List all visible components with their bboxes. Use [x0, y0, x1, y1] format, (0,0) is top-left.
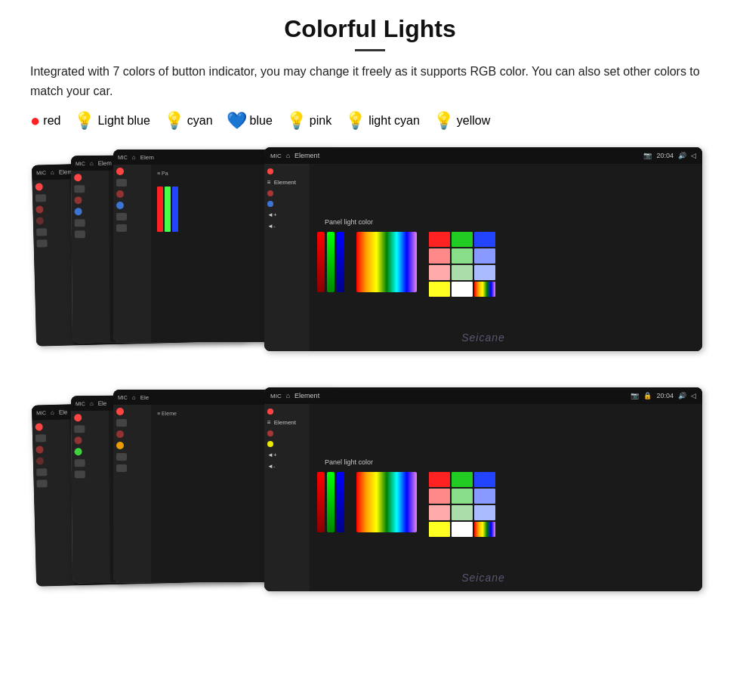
- color-item-red: ● red: [30, 111, 60, 131]
- icon-back-b1: [35, 446, 43, 454]
- menu-label-2: Elem: [98, 159, 112, 166]
- cell-rb1: [429, 472, 450, 487]
- home-1: ⌂: [51, 169, 54, 176]
- cell-b1: [474, 232, 495, 247]
- menu-b2: Ele: [98, 400, 107, 407]
- bulb-lightblue: 💡: [74, 111, 94, 131]
- color-label-red: red: [43, 114, 60, 128]
- home-top: ⌂: [286, 152, 290, 159]
- color-label-lightcyan: light cyan: [368, 114, 420, 128]
- color-indicators: ● red 💡 Light blue 💡 cyan 💙 blue 💡 pink …: [30, 111, 710, 131]
- bar-green-3: [165, 187, 171, 232]
- color-label-lightblue: Light blue: [97, 114, 150, 128]
- left-panel-top: ≡ Element ◄+ ◄-: [264, 164, 310, 351]
- bulb-blue: 💙: [227, 111, 247, 131]
- icon-mute-3: [116, 224, 127, 232]
- icon-vol-b1: [36, 468, 47, 476]
- cell-g2: [452, 248, 473, 264]
- top-device-stack: MIC ⌂ Elem: [30, 147, 710, 359]
- btn-nav-bottom: [267, 441, 273, 447]
- cell-rb2: [429, 489, 450, 504]
- rainbow-bottom: [356, 472, 417, 532]
- panel-label-top: Panel light color: [325, 218, 373, 226]
- icon-vol-1: [36, 228, 47, 236]
- element-text-bottom: Element: [274, 419, 296, 426]
- icon-back-3: [116, 190, 124, 198]
- element-label-top: Element: [294, 152, 319, 159]
- icon-power-b3: [116, 408, 124, 415]
- color-item-blue: 💙 blue: [227, 111, 273, 131]
- icon-vol-2: [75, 219, 85, 227]
- icon-power-2: [74, 174, 82, 181]
- home-b3: ⌂: [132, 394, 136, 401]
- icon-vol-b3: [116, 453, 127, 461]
- color-display-bottom: [317, 472, 495, 537]
- icon-mute-2: [75, 230, 85, 238]
- btn-back-bottom: [267, 430, 273, 436]
- cell-rainbow: [474, 282, 495, 297]
- title-divider: [355, 49, 385, 51]
- bulb-yellow: 💡: [433, 111, 454, 131]
- cell-g1: [452, 232, 473, 247]
- mic-b3: MIC: [118, 395, 128, 400]
- bar-g-top: [327, 232, 335, 292]
- vol-icon-top: 🔊: [678, 152, 686, 159]
- rainbow-top: [356, 232, 417, 292]
- home-2: ⌂: [90, 160, 94, 167]
- vol-btn-bottom: ◄+: [267, 452, 307, 458]
- mute-btn-bottom: ◄-: [267, 463, 307, 470]
- mute-btn-top: ◄-: [267, 223, 276, 230]
- icon-vol-3: [116, 213, 127, 220]
- page-wrapper: Colorful Lights Integrated with 7 colors…: [0, 0, 740, 650]
- element-text-top: Element: [274, 179, 296, 186]
- icon-back-2: [74, 196, 82, 204]
- color-item-lightblue: 💡 Light blue: [74, 111, 150, 131]
- page-title: Colorful Lights: [30, 15, 710, 43]
- icon-menu-b3: [116, 419, 127, 427]
- cell-r2: [429, 248, 450, 264]
- mic-b1: MIC: [36, 410, 46, 415]
- home-3: ⌂: [132, 154, 136, 161]
- cell-yb1: [429, 522, 450, 537]
- icon-back-1: [35, 206, 43, 214]
- camera-icon-bottom: 📷: [631, 392, 639, 399]
- color-item-pink: 💡 pink: [286, 111, 331, 131]
- panel-label-bottom: Panel light color: [325, 458, 373, 466]
- cell-b2: [474, 248, 495, 264]
- cell-gb2: [452, 489, 473, 504]
- bulb-lightcyan: 💡: [345, 111, 365, 131]
- cell-r1: [429, 232, 450, 247]
- title-section: Colorful Lights: [30, 15, 710, 51]
- camera-icon-top: 📷: [643, 152, 652, 159]
- icon-power-1: [35, 183, 43, 191]
- cell-gb1: [452, 472, 473, 487]
- cell-w1: [452, 282, 473, 297]
- icon-menu-3: [116, 179, 127, 187]
- icon-menu-b2: [74, 425, 85, 433]
- home-b2: ⌂: [90, 400, 94, 407]
- mic-b2: MIC: [76, 401, 85, 406]
- icon-menu-1: [35, 194, 46, 202]
- icon-back-b2: [74, 436, 82, 444]
- btn-power-bottom: [267, 409, 273, 415]
- cell-r3: [429, 265, 450, 280]
- home-b1: ⌂: [51, 409, 54, 416]
- bottom-device-stack: MIC ⌂ Ele ≡: [30, 387, 710, 599]
- mic-label-3: MIC: [118, 155, 128, 160]
- color-label-cyan: cyan: [187, 114, 213, 128]
- time-top: 20:04: [656, 152, 674, 159]
- bottom-device-row: MIC ⌂ Ele ≡: [30, 387, 710, 606]
- icon-power-b2: [74, 414, 82, 421]
- cell-rainbowb: [474, 522, 495, 537]
- icon-nav-1: [36, 217, 44, 225]
- menu-label-3: Elem: [140, 154, 154, 161]
- color-grid-top: [429, 232, 495, 297]
- cell-gb3: [452, 505, 473, 520]
- color-label-yellow: yellow: [457, 114, 490, 128]
- nav-icon-bottom: ◁: [691, 392, 696, 399]
- description-text: Integrated with 7 colors of button indic…: [30, 62, 710, 100]
- icon-nav-b3: [116, 442, 124, 449]
- icon-mute-b2: [75, 470, 85, 478]
- top-device-row: MIC ⌂ Elem: [30, 147, 710, 366]
- mic-bottom: MIC: [270, 393, 282, 399]
